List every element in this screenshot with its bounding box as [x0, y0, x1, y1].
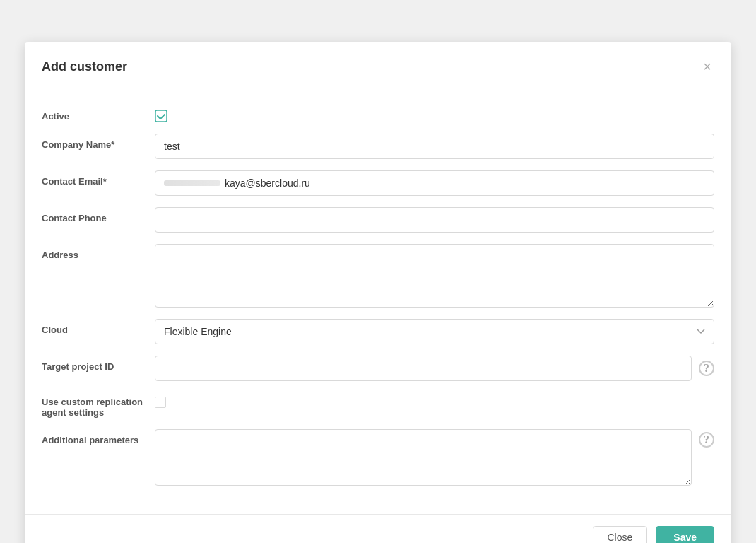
address-control-wrap — [155, 244, 714, 308]
address-row: Address — [42, 244, 714, 308]
target-project-id-row: Target project ID ? — [42, 356, 714, 381]
company-name-row: Company Name* — [42, 134, 714, 159]
active-row: Active — [42, 105, 714, 122]
company-name-control-wrap — [155, 134, 714, 159]
contact-email-value: kaya@sbercloud.ru — [225, 177, 310, 189]
modal-close-button[interactable]: × — [700, 57, 714, 76]
additional-parameters-input[interactable] — [155, 429, 692, 486]
company-name-label: Company Name* — [42, 134, 155, 150]
contact-phone-control-wrap — [155, 207, 714, 233]
use-custom-label: Use custom replication agent settings — [42, 392, 155, 418]
modal-header: Add customer × — [25, 42, 731, 88]
active-checkbox[interactable] — [155, 110, 167, 122]
cloud-select[interactable]: Flexible Engine AWS Azure GCP — [155, 319, 714, 344]
contact-email-control-wrap: kaya@sbercloud.ru — [155, 170, 714, 196]
use-custom-control-wrap — [155, 392, 714, 408]
address-label: Address — [42, 244, 155, 260]
company-name-input[interactable] — [155, 134, 714, 159]
contact-phone-row: Contact Phone — [42, 207, 714, 233]
email-prefix-blur — [164, 180, 220, 186]
active-label: Active — [42, 105, 155, 122]
additional-parameters-row: Additional parameters ? — [42, 429, 714, 486]
additional-parameters-help-icon[interactable]: ? — [699, 432, 714, 448]
target-project-id-control-wrap: ? — [155, 356, 714, 381]
active-control-wrap — [155, 105, 714, 122]
contact-email-label: Contact Email* — [42, 170, 155, 187]
target-project-id-help-icon[interactable]: ? — [699, 361, 714, 376]
address-input[interactable] — [155, 244, 714, 308]
additional-parameters-control-wrap: ? — [155, 429, 714, 486]
use-custom-row: Use custom replication agent settings — [42, 392, 714, 418]
contact-phone-input[interactable] — [155, 207, 714, 233]
additional-parameters-label: Additional parameters — [42, 429, 155, 445]
cloud-control-wrap: Flexible Engine AWS Azure GCP — [155, 319, 714, 344]
target-project-id-label: Target project ID — [42, 356, 155, 372]
modal-overlay: Add customer × Active Company — [14, 14, 742, 543]
contact-phone-label: Contact Phone — [42, 207, 155, 223]
modal-body: Active Company Name* — [25, 88, 731, 514]
close-button[interactable]: Close — [593, 526, 648, 543]
contact-email-row: Contact Email* kaya@sbercloud.ru — [42, 170, 714, 196]
target-project-id-input[interactable] — [155, 356, 692, 381]
use-custom-checkbox[interactable] — [155, 397, 166, 408]
modal-footer: Close Save — [25, 514, 731, 543]
cloud-label: Cloud — [42, 319, 155, 335]
modal-dialog: Add customer × Active Company — [25, 42, 731, 543]
save-button[interactable]: Save — [656, 526, 714, 543]
cloud-row: Cloud Flexible Engine AWS Azure GCP — [42, 319, 714, 344]
modal-title: Add customer — [42, 59, 127, 74]
